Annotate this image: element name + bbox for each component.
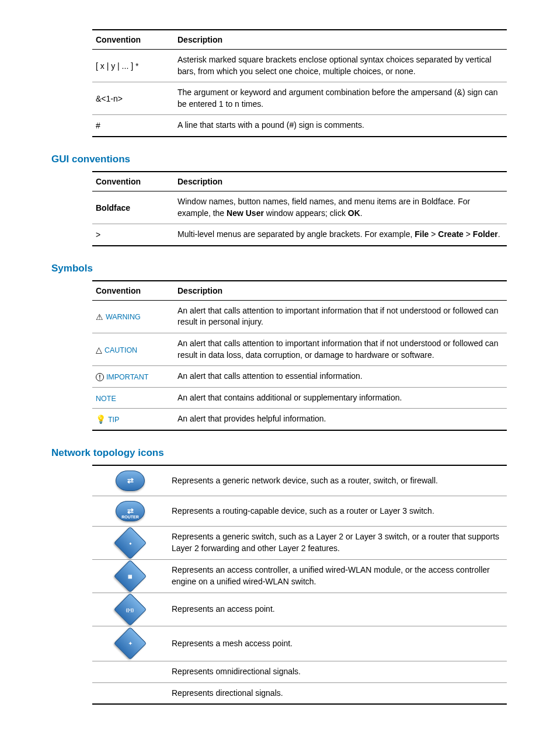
text-span: Multi-level menus are separated by angle…: [177, 229, 415, 239]
switch-icon: ⬥: [114, 527, 147, 560]
table-row: ⬥ Represents a generic switch, such as a…: [92, 526, 507, 559]
text-span: >: [429, 229, 438, 239]
table-row: # A line that starts with a pound (#) si…: [92, 115, 507, 137]
icon-cell: ((•)): [92, 593, 168, 626]
description-cell: Represents omnidirectional signals.: [168, 661, 507, 682]
table-row: > Multi-level menus are separated by ang…: [92, 224, 507, 246]
symbols-table: Convention Description ⚠ WARNING An aler…: [92, 280, 507, 431]
text-span: .: [498, 229, 500, 239]
description-cell: An alert that contains additional or sup…: [174, 387, 507, 409]
table-row: Represents directional signals.: [92, 682, 507, 704]
description-cell: Represents a generic switch, such as a L…: [168, 526, 507, 559]
table-row: Boldface Window names, button names, fie…: [92, 191, 507, 224]
icon-cell: ⇄ROUTER: [92, 496, 168, 526]
bold-text: Folder: [473, 229, 498, 239]
bold-text: File: [415, 229, 429, 239]
bold-text: OK: [348, 208, 360, 218]
caution-label: CAUTION: [105, 346, 137, 354]
gui-conventions-heading: GUI conventions: [51, 154, 506, 165]
convention-cell: △ CAUTION: [92, 333, 174, 365]
icon-cell: ⬥: [92, 526, 168, 559]
text-span: >: [464, 229, 473, 239]
description-cell: Represents a generic network device, suc…: [168, 465, 507, 496]
col-description: Description: [174, 30, 507, 50]
table-row: ⇄ROUTER Represents a routing-capable dev…: [92, 496, 507, 526]
table-row: [ x | y | ... ] * Asterisk marked square…: [92, 50, 507, 82]
description-cell: Asterisk marked square brackets enclose …: [174, 50, 507, 82]
router-icon: ⇄ROUTER: [116, 501, 145, 521]
icon-cell: ✦: [92, 626, 168, 661]
col-convention: Convention: [92, 30, 174, 50]
icon-cell: [92, 661, 168, 682]
tip-bulb-icon: 💡: [96, 414, 106, 424]
table-row: △ CAUTION An alert that calls attention …: [92, 333, 507, 365]
convention-cell: #: [92, 115, 174, 137]
convention-cell: [ x | y | ... ] *: [92, 50, 174, 82]
bold-text: New User: [227, 208, 264, 218]
convention-cell: >: [92, 224, 174, 246]
access-controller-icon: ▦: [114, 560, 147, 593]
text-span: window appears; click: [264, 208, 348, 218]
description-cell: Represents directional signals.: [168, 682, 507, 704]
description-cell: An alert that calls attention to essenti…: [174, 366, 507, 388]
description-cell: An alert that provides helpful informati…: [174, 409, 507, 430]
tip-label: TIP: [108, 416, 119, 424]
network-icons-table: ⇄ Represents a generic network device, s…: [92, 465, 507, 705]
caution-triangle-icon: △: [96, 345, 102, 354]
symbols-heading: Symbols: [51, 263, 506, 274]
description-cell: Window names, button names, field names,…: [174, 191, 507, 224]
icon-cell: ▦: [92, 559, 168, 593]
text-span: .: [360, 208, 363, 218]
icon-cell: [92, 682, 168, 704]
table-row: ▦ Represents an access controller, a uni…: [92, 559, 507, 593]
col-convention: Convention: [92, 281, 174, 301]
description-cell: An alert that calls attention to importa…: [174, 333, 507, 365]
important-circle-icon: !: [96, 373, 104, 381]
important-label: IMPORTANT: [106, 373, 148, 381]
warning-label: WARNING: [106, 313, 141, 321]
description-cell: Multi-level menus are separated by angle…: [174, 224, 507, 246]
description-cell: Represents an access controller, a unifi…: [168, 559, 507, 593]
table-row: &<1-n> The argument or keyword and argum…: [92, 82, 507, 115]
description-cell: Represents a mesh access point.: [168, 626, 507, 661]
convention-cell: ⚠ WARNING: [92, 300, 174, 333]
table-row: Represents omnidirectional signals.: [92, 661, 507, 682]
col-description: Description: [174, 172, 507, 191]
table-row: ! IMPORTANT An alert that calls attentio…: [92, 366, 507, 388]
conventions-table-1: Convention Description [ x | y | ... ] *…: [92, 29, 507, 137]
convention-cell: &<1-n>: [92, 82, 174, 115]
description-cell: An alert that calls attention to importa…: [174, 300, 507, 333]
generic-device-icon: ⇄: [116, 471, 145, 491]
table-row: ((•)) Represents an access point.: [92, 593, 507, 626]
description-cell: Represents a routing-capable device, suc…: [168, 496, 507, 526]
description-cell: Represents an access point.: [168, 593, 507, 626]
note-label: NOTE: [96, 395, 116, 403]
table-row: ⚠ WARNING An alert that calls attention …: [92, 300, 507, 333]
table-row: 💡 TIP An alert that provides helpful inf…: [92, 409, 507, 430]
network-icons-heading: Network topology icons: [51, 447, 506, 459]
warning-triangle-icon: ⚠: [96, 312, 103, 322]
icon-cell: ⇄: [92, 465, 168, 496]
col-description: Description: [174, 281, 507, 301]
table-row: ⇄ Represents a generic network device, s…: [92, 465, 507, 496]
convention-cell: ! IMPORTANT: [92, 366, 174, 388]
description-cell: The argument or keyword and argument com…: [174, 82, 507, 115]
table-row: NOTE An alert that contains additional o…: [92, 387, 507, 409]
convention-cell: Boldface: [92, 191, 174, 224]
convention-cell: 💡 TIP: [92, 409, 174, 430]
gui-conventions-table: Convention Description Boldface Window n…: [92, 171, 507, 246]
access-point-icon: ((•)): [114, 593, 147, 626]
description-cell: A line that starts with a pound (#) sign…: [174, 115, 507, 137]
table-row: ✦ Represents a mesh access point.: [92, 626, 507, 661]
convention-cell: NOTE: [92, 387, 174, 409]
mesh-ap-icon: ✦: [114, 627, 147, 660]
col-convention: Convention: [92, 172, 174, 191]
bold-text: Create: [438, 229, 464, 239]
